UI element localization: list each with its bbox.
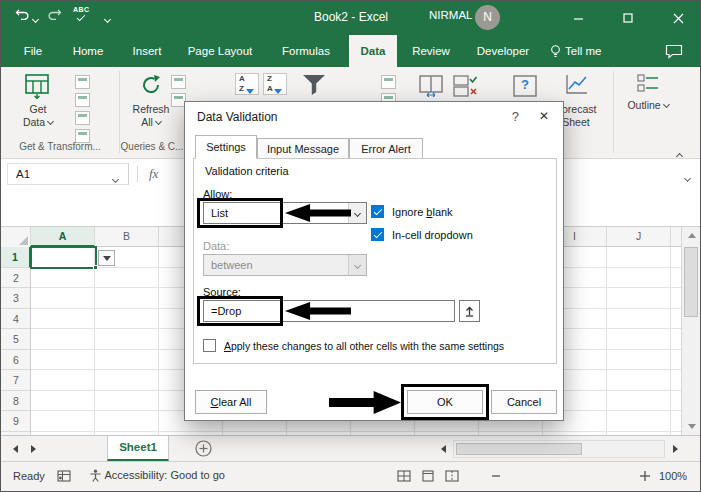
get-data-label-1: Get <box>9 103 67 115</box>
name-box-dropdown-icon[interactable] <box>113 170 118 188</box>
redo-icon[interactable] <box>47 8 62 24</box>
tab-developer[interactable]: Developer <box>465 35 541 67</box>
vertical-scroll-thumb[interactable] <box>684 247 698 317</box>
cancel-button[interactable]: Cancel <box>491 390 557 414</box>
sheet-nav-left-icon[interactable] <box>7 440 23 458</box>
row-header-5[interactable]: 5 <box>1 329 31 350</box>
sheet-nav-right-icon[interactable] <box>25 440 41 458</box>
maximize-button[interactable] <box>606 1 650 35</box>
tab-formulas[interactable]: Formulas <box>273 35 339 67</box>
vertical-scrollbar[interactable] <box>681 227 700 435</box>
undo-icon[interactable] <box>15 8 30 24</box>
apply-all-label: Apply these changes to all other cells w… <box>224 340 504 352</box>
zoom-in-icon[interactable] <box>639 470 651 484</box>
row-header-1[interactable]: 1 <box>1 247 31 268</box>
row-header-7[interactable]: 7 <box>1 370 31 391</box>
refresh-all-button[interactable]: Refresh All <box>125 71 177 143</box>
select-all-corner[interactable] <box>1 227 31 247</box>
formula-bar-expand-icon[interactable] <box>685 169 690 187</box>
row-header-6[interactable]: 6 <box>1 350 31 371</box>
row-header-4[interactable]: 4 <box>1 309 31 330</box>
tell-me[interactable]: Tell me <box>549 35 601 67</box>
add-sheet-button[interactable] <box>195 440 212 461</box>
name-box[interactable]: A1 <box>7 163 129 185</box>
account-name[interactable]: NIRMAL <box>429 9 472 21</box>
data-validation-icon[interactable] <box>453 75 477 101</box>
active-cell-a1[interactable] <box>30 246 97 269</box>
range-selector-button[interactable] <box>459 300 480 322</box>
view-page-layout-icon[interactable] <box>421 470 435 484</box>
chevron-down-icon <box>354 261 361 268</box>
tab-page-layout[interactable]: Page Layout <box>181 35 259 67</box>
from-table-range-icon[interactable] <box>75 111 90 125</box>
sort-ascending-button[interactable]: A Z <box>235 73 259 95</box>
check-mark-icon <box>77 13 85 21</box>
tab-file[interactable]: File <box>13 35 53 67</box>
maximize-icon <box>623 13 633 23</box>
avatar[interactable]: N <box>475 5 500 30</box>
scroll-up-icon[interactable] <box>682 227 701 244</box>
tab-data[interactable]: Data <box>349 35 397 67</box>
hscroll-right-icon[interactable] <box>667 440 683 458</box>
refresh-all-label-2: All <box>125 116 177 128</box>
sort-descending-button[interactable]: Z A <box>263 73 287 95</box>
dialog-tab-settings[interactable]: Settings <box>195 135 257 159</box>
close-button[interactable] <box>656 1 700 35</box>
get-data-button[interactable]: Get Data <box>9 71 67 143</box>
tab-insert[interactable]: Insert <box>121 35 173 67</box>
row-header-2[interactable]: 2 <box>1 268 31 289</box>
in-cell-dropdown-label: In-cell dropdown <box>392 229 473 241</box>
tab-review[interactable]: Review <box>405 35 457 67</box>
sheet-tab-bar: Sheet1 <box>1 435 700 461</box>
forecast-sheet-icon <box>565 73 589 95</box>
sort-letter-a: A <box>239 74 245 83</box>
dialog-tab-error-alert[interactable]: Error Alert <box>349 138 423 159</box>
row-header-3[interactable]: 3 <box>1 288 31 309</box>
horizontal-scroll-thumb[interactable] <box>456 443 582 455</box>
sheet-tab-sheet1[interactable]: Sheet1 <box>107 436 169 461</box>
collapse-dialog-icon <box>464 305 475 317</box>
zoom-level[interactable]: 100% <box>659 470 687 482</box>
column-header-a[interactable]: A <box>31 227 95 247</box>
column-header-j[interactable]: J <box>607 227 671 247</box>
checkbox-checked-icon <box>371 228 384 241</box>
minimize-button[interactable] <box>556 1 600 35</box>
comments-icon[interactable] <box>665 44 683 63</box>
accessibility-checker[interactable]: Accessibility: Good to go <box>89 469 225 482</box>
column-header-b[interactable]: B <box>95 227 159 247</box>
scroll-down-icon[interactable] <box>682 418 701 435</box>
horizontal-scrollbar[interactable] <box>453 440 665 458</box>
outline-button[interactable]: Outline <box>619 73 677 133</box>
zoom-out-icon[interactable] <box>491 470 501 484</box>
dialog-tab-input-message[interactable]: Input Message <box>257 138 349 159</box>
view-normal-icon[interactable] <box>397 470 411 484</box>
spell-check-icon[interactable]: ABC <box>73 6 90 21</box>
dialog-help-icon[interactable]: ? <box>512 109 519 124</box>
view-page-break-icon[interactable] <box>445 470 459 484</box>
checkbox-unchecked-icon <box>203 339 216 352</box>
tell-me-label: Tell me <box>565 45 601 57</box>
from-text-csv-icon[interactable] <box>75 75 90 89</box>
from-web-icon[interactable] <box>75 93 90 107</box>
ignore-blank-checkbox[interactable]: Ignore blank <box>371 205 453 218</box>
row-header-8[interactable]: 8 <box>1 391 31 412</box>
tab-home[interactable]: Home <box>63 35 113 67</box>
apply-all-checkbox[interactable]: Apply these changes to all other cells w… <box>203 339 504 352</box>
row-header-9[interactable]: 9 <box>1 411 31 432</box>
hscroll-left-icon[interactable] <box>435 440 451 458</box>
data-dropdown: between <box>203 254 367 276</box>
in-cell-dropdown-checkbox[interactable]: In-cell dropdown <box>371 228 473 241</box>
dialog-close-icon[interactable]: ✕ <box>539 109 549 123</box>
filter-button[interactable] <box>303 75 325 95</box>
queries-connections-icon[interactable] <box>171 75 186 89</box>
qat-customize-icon[interactable] <box>105 13 110 27</box>
data-label: Data: <box>203 240 229 252</box>
clear-all-button[interactable]: Clear All <box>195 390 267 414</box>
undo-dropdown-icon[interactable] <box>33 13 38 27</box>
macro-record-icon[interactable] <box>57 470 71 484</box>
what-if-analysis-icon[interactable]: ? <box>513 75 537 97</box>
clear-filter-icon[interactable] <box>381 75 396 89</box>
fx-icon[interactable]: fx <box>149 166 158 182</box>
in-cell-dropdown-button[interactable] <box>98 250 115 266</box>
text-to-columns-icon[interactable] <box>419 75 443 101</box>
